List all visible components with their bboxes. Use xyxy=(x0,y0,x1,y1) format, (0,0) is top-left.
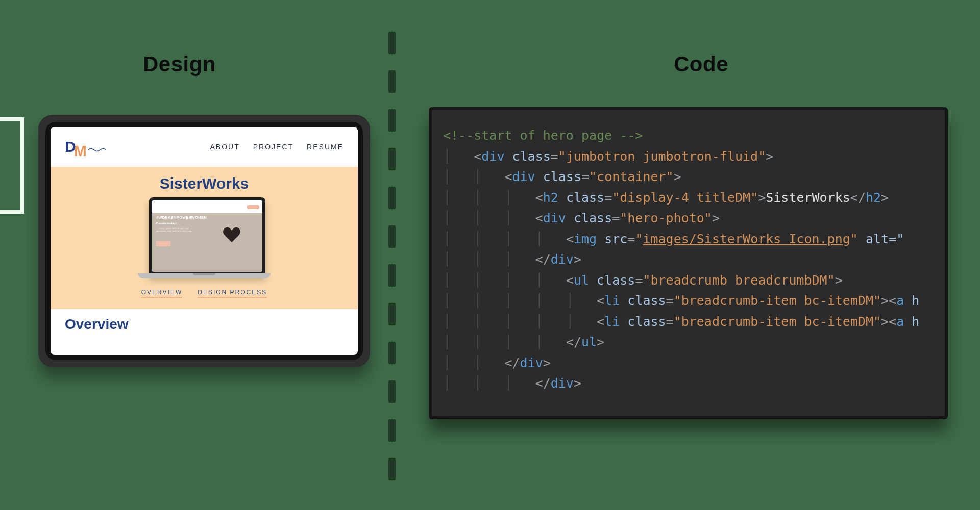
site-nav: ABOUT PROJECT RESUME xyxy=(210,143,344,151)
site-header: D M ABOUT PROJECT RESUME xyxy=(51,127,358,167)
overview-heading: Overview xyxy=(51,309,358,333)
code-editor-content: <!--start of hero page --> │ <div class=… xyxy=(432,110,945,416)
divider-dash xyxy=(388,342,396,364)
tablet-screen: D M ABOUT PROJECT RESUME SisterWorks xyxy=(51,127,358,355)
divider-dash xyxy=(388,148,396,170)
divider-dash xyxy=(388,187,396,209)
laptop-hero-subtitle: Donate today! xyxy=(156,222,177,225)
crumb-design-process[interactable]: DESIGN PROCESS xyxy=(198,289,267,298)
laptop-donate-button xyxy=(156,241,170,246)
code-editor-frame: <!--start of hero page --> │ <div class=… xyxy=(429,107,948,419)
site-hero: SisterWorks #WORKEMPOWERWOMEN Donate tod… xyxy=(51,167,358,309)
hero-breadcrumbs: OVERVIEW DESIGN PROCESS xyxy=(51,289,358,298)
laptop-topbar xyxy=(152,200,262,213)
laptop-screen-content: #WORKEMPOWERWOMEN Donate today! Lorem ip… xyxy=(152,200,262,272)
left-bracket-decoration xyxy=(0,117,24,214)
site-logo[interactable]: D M xyxy=(65,138,108,156)
hero-title: SisterWorks xyxy=(51,175,358,192)
laptop-mockup: #WORKEMPOWERWOMEN Donate today! Lorem ip… xyxy=(138,197,271,282)
logo-squiggle-icon xyxy=(88,147,108,152)
nav-resume[interactable]: RESUME xyxy=(307,143,344,151)
divider-dash xyxy=(388,303,396,325)
divider-dash xyxy=(388,109,396,132)
divider-dash xyxy=(388,419,396,442)
divider-dash xyxy=(388,380,396,403)
heart-icon xyxy=(222,225,242,245)
laptop-hero-hashtag: #WORKEMPOWERWOMEN xyxy=(156,216,207,219)
divider-dash xyxy=(388,264,396,287)
crumb-overview[interactable]: OVERVIEW xyxy=(141,289,182,298)
heading-code: Code xyxy=(674,52,728,76)
tablet-bezel: D M ABOUT PROJECT RESUME SisterWorks xyxy=(45,122,363,360)
logo-letter-m: M xyxy=(74,142,87,160)
nav-project[interactable]: PROJECT xyxy=(253,143,293,151)
laptop-screen: #WORKEMPOWERWOMEN Donate today! Lorem ip… xyxy=(149,197,265,275)
laptop-hero-body: Lorem ipsum dolor sit amet text placehol… xyxy=(156,227,192,232)
stage: Design Code D M ABOUT PROJECT RESUME xyxy=(0,0,980,510)
laptop-base xyxy=(138,273,271,278)
nav-about[interactable]: ABOUT xyxy=(210,143,240,151)
laptop-cta-pill xyxy=(247,205,259,209)
tablet-device-frame: D M ABOUT PROJECT RESUME SisterWorks xyxy=(38,115,370,367)
divider-dash xyxy=(388,225,396,248)
divider-dash xyxy=(388,70,396,93)
divider-dash xyxy=(388,32,396,54)
divider-dash xyxy=(388,458,396,480)
heading-design: Design xyxy=(143,52,216,76)
